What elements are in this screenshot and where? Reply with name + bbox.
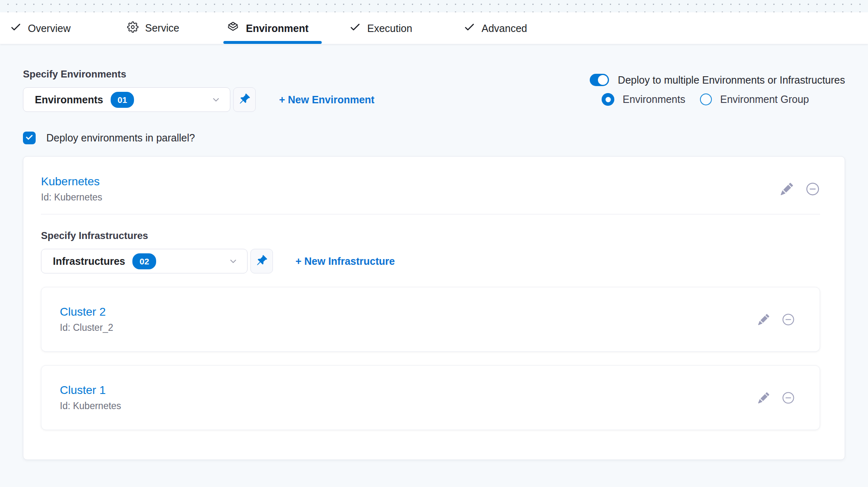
tab-label: Environment — [246, 22, 309, 34]
pin-infrastructures-button[interactable] — [250, 249, 273, 273]
gear-icon — [127, 21, 139, 35]
environment-info: Kubernetes Id: Kubernetes — [41, 175, 102, 203]
pin-icon — [239, 93, 250, 106]
infrastructure-card-cluster-2: Cluster 2 Id: Cluster_2 — [41, 287, 820, 352]
tab-execution[interactable]: Execution — [350, 21, 412, 35]
specify-environments-heading: Specify Environments — [23, 68, 375, 80]
check-icon — [350, 21, 361, 35]
multi-environment-toggle[interactable] — [590, 74, 609, 86]
environments-count-badge: 01 — [111, 92, 134, 108]
tab-overview[interactable]: Overview — [10, 21, 70, 35]
environments-dropdown-label: Environments — [35, 94, 103, 106]
active-tab-underline — [223, 41, 322, 44]
chevron-down-icon — [211, 95, 221, 105]
infrastructure-info: Cluster 2 Id: Cluster_2 — [60, 306, 113, 333]
multi-environment-toggle-label: Deploy to multiple Environments or Infra… — [618, 74, 845, 86]
infrastructures-count-badge: 02 — [132, 253, 156, 269]
infrastructure-card-cluster-1: Cluster 1 Id: Kubernetes — [41, 365, 820, 430]
tab-environment[interactable]: Environment — [227, 20, 309, 36]
infrastructures-dropdown-label: Infrastructures — [53, 255, 125, 267]
tab-label: Overview — [28, 22, 70, 34]
environments-dropdown[interactable]: Environments 01 — [23, 87, 230, 112]
tab-advanced[interactable]: Advanced — [464, 21, 527, 35]
radio-environments[interactable] — [602, 93, 614, 106]
remove-icon[interactable] — [782, 313, 795, 326]
pin-environments-button[interactable] — [233, 87, 256, 112]
environment-tab-panel: Specify Environments Environments 01 + N… — [0, 44, 868, 460]
tab-label: Execution — [367, 22, 412, 34]
environment-icon — [227, 20, 239, 36]
deploy-parallel-checkbox[interactable] — [23, 132, 36, 144]
check-icon — [10, 21, 21, 35]
tab-label: Advanced — [482, 22, 527, 34]
infrastructure-id: Id: Kubernetes — [60, 401, 121, 411]
specify-infrastructures-heading: Specify Infrastructures — [41, 230, 820, 241]
infrastructures-dropdown[interactable]: Infrastructures 02 — [41, 249, 248, 273]
infrastructure-name-link[interactable]: Cluster 1 — [60, 384, 121, 396]
environment-name-link[interactable]: Kubernetes — [41, 175, 102, 188]
edit-icon[interactable] — [758, 392, 769, 403]
tab-service[interactable]: Service — [127, 21, 179, 35]
new-infrastructure-link[interactable]: + New Infrastructure — [295, 255, 395, 267]
remove-icon[interactable] — [782, 391, 795, 405]
environment-id: Id: Kubernetes — [41, 192, 102, 203]
radio-environments-label: Environments — [623, 93, 685, 105]
stage-tabbar: Overview Service Environment Execution A… — [0, 12, 868, 44]
edit-icon[interactable] — [781, 183, 793, 195]
check-icon — [464, 21, 475, 35]
pipeline-canvas-dots — [0, 0, 868, 12]
edit-icon[interactable] — [758, 314, 769, 325]
radio-environment-group-label: Environment Group — [720, 93, 809, 105]
environment-card-divider — [41, 214, 820, 214]
tab-label: Service — [145, 22, 179, 34]
pin-icon — [256, 255, 268, 268]
new-environment-link[interactable]: + New Environment — [279, 94, 375, 106]
environment-card-kubernetes: Kubernetes Id: Kubernetes Specify Infras… — [23, 156, 845, 460]
toggle-knob — [598, 75, 608, 85]
check-icon — [25, 133, 34, 143]
deploy-parallel-label: Deploy environments in parallel? — [46, 132, 195, 144]
chevron-down-icon — [228, 256, 238, 266]
infrastructure-id: Id: Cluster_2 — [60, 322, 113, 333]
infrastructure-name-link[interactable]: Cluster 2 — [60, 306, 113, 318]
radio-environment-group[interactable] — [700, 93, 712, 105]
remove-icon[interactable] — [805, 182, 820, 196]
infrastructure-info: Cluster 1 Id: Kubernetes — [60, 384, 121, 411]
